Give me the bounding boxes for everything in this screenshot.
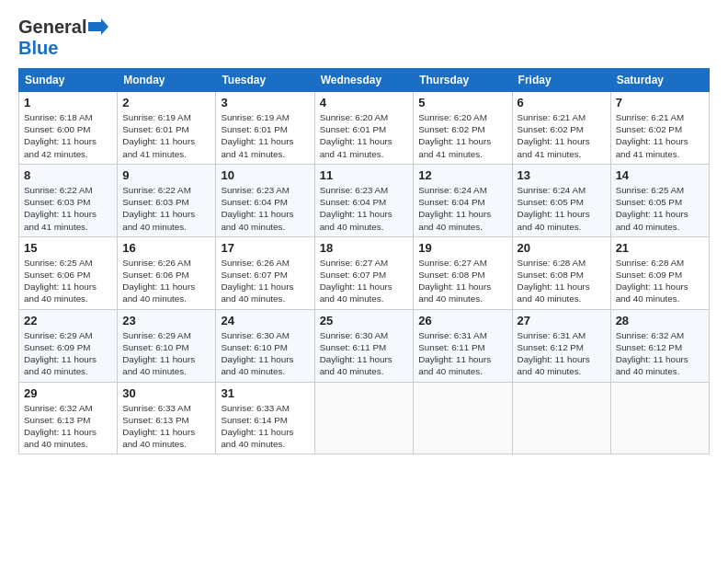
day-info: Sunrise: 6:25 AM Sunset: 6:05 PM Dayligh…	[616, 184, 704, 233]
calendar-cell: 13Sunrise: 6:24 AM Sunset: 6:05 PM Dayli…	[512, 164, 610, 236]
day-info: Sunrise: 6:23 AM Sunset: 6:04 PM Dayligh…	[221, 184, 309, 233]
day-number: 15	[24, 241, 112, 255]
calendar-cell: 31Sunrise: 6:33 AM Sunset: 6:14 PM Dayli…	[216, 382, 314, 454]
calendar-cell: 22Sunrise: 6:29 AM Sunset: 6:09 PM Dayli…	[19, 309, 118, 382]
calendar-day-header: Wednesday	[314, 69, 414, 92]
calendar-cell: 28Sunrise: 6:32 AM Sunset: 6:12 PM Dayli…	[610, 309, 709, 382]
day-number: 16	[122, 241, 210, 255]
logo: General Blue	[18, 17, 108, 59]
day-info: Sunrise: 6:20 AM Sunset: 6:02 PM Dayligh…	[418, 111, 506, 160]
day-info: Sunrise: 6:23 AM Sunset: 6:04 PM Dayligh…	[320, 184, 409, 233]
page: General Blue SundayMondayTuesdayWednesda…	[0, 0, 728, 563]
day-info: Sunrise: 6:22 AM Sunset: 6:03 PM Dayligh…	[24, 184, 112, 233]
calendar-week-row: 22Sunrise: 6:29 AM Sunset: 6:09 PM Dayli…	[19, 309, 710, 382]
calendar-cell: 30Sunrise: 6:33 AM Sunset: 6:13 PM Dayli…	[118, 382, 216, 454]
day-info: Sunrise: 6:33 AM Sunset: 6:14 PM Dayligh…	[221, 402, 309, 451]
day-info: Sunrise: 6:25 AM Sunset: 6:06 PM Dayligh…	[24, 257, 112, 305]
calendar-header-row: SundayMondayTuesdayWednesdayThursdayFrid…	[19, 69, 710, 92]
calendar-cell: 8Sunrise: 6:22 AM Sunset: 6:03 PM Daylig…	[19, 164, 118, 236]
logo-general-text: General	[18, 17, 86, 38]
svg-marker-0	[88, 18, 108, 35]
day-number: 27	[518, 314, 606, 327]
calendar-cell: 19Sunrise: 6:27 AM Sunset: 6:08 PM Dayli…	[414, 236, 512, 309]
day-info: Sunrise: 6:28 AM Sunset: 6:09 PM Dayligh…	[616, 257, 704, 305]
day-number: 13	[518, 168, 606, 182]
day-number: 2	[122, 96, 210, 109]
calendar-cell: 17Sunrise: 6:26 AM Sunset: 6:07 PM Dayli…	[216, 236, 314, 309]
calendar-cell	[414, 382, 512, 454]
calendar-cell: 10Sunrise: 6:23 AM Sunset: 6:04 PM Dayli…	[216, 164, 314, 236]
calendar-cell: 4Sunrise: 6:20 AM Sunset: 6:01 PM Daylig…	[314, 92, 414, 165]
day-info: Sunrise: 6:28 AM Sunset: 6:08 PM Dayligh…	[518, 257, 606, 305]
day-info: Sunrise: 6:19 AM Sunset: 6:01 PM Dayligh…	[122, 111, 210, 160]
calendar-cell: 1Sunrise: 6:18 AM Sunset: 6:00 PM Daylig…	[19, 92, 118, 165]
calendar-cell: 11Sunrise: 6:23 AM Sunset: 6:04 PM Dayli…	[314, 164, 414, 236]
day-info: Sunrise: 6:21 AM Sunset: 6:02 PM Dayligh…	[518, 111, 606, 160]
day-info: Sunrise: 6:32 AM Sunset: 6:12 PM Dayligh…	[616, 329, 704, 378]
day-info: Sunrise: 6:33 AM Sunset: 6:13 PM Dayligh…	[122, 402, 210, 451]
calendar-cell: 26Sunrise: 6:31 AM Sunset: 6:11 PM Dayli…	[414, 309, 512, 382]
day-info: Sunrise: 6:27 AM Sunset: 6:07 PM Dayligh…	[320, 257, 409, 305]
day-info: Sunrise: 6:19 AM Sunset: 6:01 PM Dayligh…	[221, 111, 309, 160]
calendar-day-header: Monday	[118, 69, 216, 92]
day-info: Sunrise: 6:29 AM Sunset: 6:10 PM Dayligh…	[122, 329, 210, 378]
calendar-cell: 6Sunrise: 6:21 AM Sunset: 6:02 PM Daylig…	[512, 92, 610, 165]
calendar-cell: 23Sunrise: 6:29 AM Sunset: 6:10 PM Dayli…	[118, 309, 216, 382]
day-info: Sunrise: 6:21 AM Sunset: 6:02 PM Dayligh…	[616, 111, 704, 160]
calendar-cell: 24Sunrise: 6:30 AM Sunset: 6:10 PM Dayli…	[216, 309, 314, 382]
calendar-week-row: 8Sunrise: 6:22 AM Sunset: 6:03 PM Daylig…	[19, 164, 710, 236]
calendar-day-header: Tuesday	[216, 69, 314, 92]
day-number: 7	[616, 96, 704, 109]
day-number: 25	[320, 314, 409, 327]
day-info: Sunrise: 6:22 AM Sunset: 6:03 PM Dayligh…	[122, 184, 210, 233]
day-number: 8	[24, 168, 112, 182]
day-number: 30	[122, 386, 210, 400]
calendar-cell: 18Sunrise: 6:27 AM Sunset: 6:07 PM Dayli…	[314, 236, 414, 309]
day-number: 17	[221, 241, 309, 255]
day-info: Sunrise: 6:29 AM Sunset: 6:09 PM Dayligh…	[24, 329, 112, 378]
calendar-week-row: 1Sunrise: 6:18 AM Sunset: 6:00 PM Daylig…	[19, 92, 710, 165]
day-number: 24	[221, 314, 309, 327]
calendar-cell: 12Sunrise: 6:24 AM Sunset: 6:04 PM Dayli…	[414, 164, 512, 236]
calendar-cell	[314, 382, 414, 454]
calendar-cell: 9Sunrise: 6:22 AM Sunset: 6:03 PM Daylig…	[118, 164, 216, 236]
calendar-day-header: Saturday	[610, 69, 709, 92]
calendar-cell: 15Sunrise: 6:25 AM Sunset: 6:06 PM Dayli…	[19, 236, 118, 309]
calendar-cell: 25Sunrise: 6:30 AM Sunset: 6:11 PM Dayli…	[314, 309, 414, 382]
calendar-cell: 29Sunrise: 6:32 AM Sunset: 6:13 PM Dayli…	[19, 382, 118, 454]
day-number: 5	[418, 96, 506, 109]
day-number: 31	[221, 386, 309, 400]
day-number: 6	[518, 96, 606, 109]
day-info: Sunrise: 6:26 AM Sunset: 6:06 PM Dayligh…	[122, 257, 210, 305]
day-info: Sunrise: 6:27 AM Sunset: 6:08 PM Dayligh…	[418, 257, 506, 305]
day-number: 22	[24, 314, 112, 327]
calendar-day-header: Sunday	[19, 69, 118, 92]
logo-blue-text: Blue	[18, 38, 58, 59]
calendar-day-header: Friday	[512, 69, 610, 92]
day-number: 1	[24, 96, 112, 109]
calendar-week-row: 15Sunrise: 6:25 AM Sunset: 6:06 PM Dayli…	[19, 236, 710, 309]
day-number: 21	[616, 241, 704, 255]
day-number: 26	[418, 314, 506, 327]
calendar-cell: 14Sunrise: 6:25 AM Sunset: 6:05 PM Dayli…	[610, 164, 709, 236]
header: General Blue	[18, 17, 710, 59]
day-number: 19	[418, 241, 506, 255]
calendar-table: SundayMondayTuesdayWednesdayThursdayFrid…	[18, 68, 710, 454]
day-info: Sunrise: 6:30 AM Sunset: 6:10 PM Dayligh…	[221, 329, 309, 378]
calendar-cell	[610, 382, 709, 454]
day-number: 14	[616, 168, 704, 182]
day-number: 9	[122, 168, 210, 182]
day-info: Sunrise: 6:18 AM Sunset: 6:00 PM Dayligh…	[24, 111, 112, 160]
calendar-week-row: 29Sunrise: 6:32 AM Sunset: 6:13 PM Dayli…	[19, 382, 710, 454]
day-number: 12	[418, 168, 506, 182]
day-number: 11	[320, 168, 409, 182]
calendar-cell	[512, 382, 610, 454]
day-number: 4	[320, 96, 409, 109]
day-info: Sunrise: 6:31 AM Sunset: 6:11 PM Dayligh…	[418, 329, 506, 378]
logo-arrow-icon	[88, 18, 108, 35]
calendar-cell: 20Sunrise: 6:28 AM Sunset: 6:08 PM Dayli…	[512, 236, 610, 309]
day-info: Sunrise: 6:32 AM Sunset: 6:13 PM Dayligh…	[24, 402, 112, 451]
day-info: Sunrise: 6:26 AM Sunset: 6:07 PM Dayligh…	[221, 257, 309, 305]
calendar-cell: 16Sunrise: 6:26 AM Sunset: 6:06 PM Dayli…	[118, 236, 216, 309]
day-number: 23	[122, 314, 210, 327]
